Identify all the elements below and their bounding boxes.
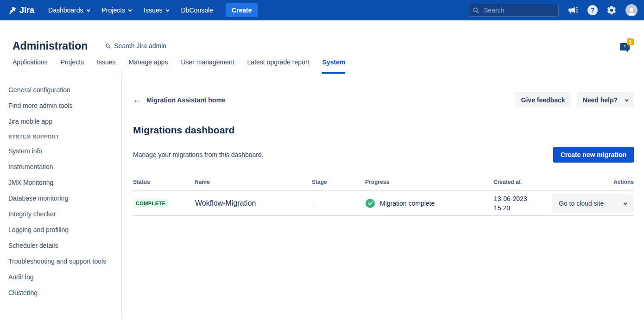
jira-logo[interactable]: Jira xyxy=(7,6,34,15)
sidebar-item-instrumentation[interactable]: Instrumentation xyxy=(8,162,113,171)
migrations-table: Status Name Stage Progress Created at Ac… xyxy=(133,177,634,216)
sidebar-item-system-info[interactable]: System info xyxy=(8,146,113,156)
tab-user-management[interactable]: User management xyxy=(181,58,234,74)
chevron-down-icon xyxy=(625,98,628,101)
migration-stage: — xyxy=(312,191,365,215)
sidebar-item-jira-mobile-app[interactable]: Jira mobile app xyxy=(8,117,113,126)
sidebar-item-audit-log[interactable]: Audit log xyxy=(8,272,113,282)
create-new-migration-button[interactable]: Create new migration xyxy=(553,147,634,163)
sidebar-item-integrity-checker[interactable]: Integrity checker xyxy=(8,209,113,219)
migration-name: Wokflow-Migration xyxy=(195,191,312,215)
tab-applications[interactable]: Applications xyxy=(13,58,48,74)
user-avatar[interactable] xyxy=(625,4,638,16)
top-navbar: Jira Dashboards Projects Issues DbConsol… xyxy=(0,0,644,20)
page-title: Administration xyxy=(13,40,88,52)
back-to-migration-assistant-link[interactable]: ← Migration Assistant home xyxy=(133,95,226,105)
sidebar-item-clustering[interactable]: Clustering xyxy=(8,288,113,297)
sidebar-section-system-support: System support xyxy=(8,134,113,139)
sidebar-item-jmx-monitoring[interactable]: JMX Monitoring xyxy=(8,178,113,187)
nav-dbconsole[interactable]: DbConsole xyxy=(181,6,213,14)
col-status: Status xyxy=(133,177,195,191)
notification-count-badge: 1 xyxy=(627,38,634,45)
col-actions: Actions xyxy=(551,177,634,191)
admin-search-label: Search Jira admin xyxy=(114,42,166,50)
progress-label: Migration complete xyxy=(380,200,435,207)
create-button[interactable]: Create xyxy=(226,3,258,17)
tab-system[interactable]: System xyxy=(322,58,345,74)
sidebar-item-find-more-admin-tools[interactable]: Find more admin tools xyxy=(8,101,113,110)
feedback-notification-icon[interactable]: ! 1 xyxy=(620,39,634,52)
dashboard-subtitle: Manage your migrations from this dashboa… xyxy=(133,151,264,158)
migrations-main: ← Migration Assistant home Give feedback… xyxy=(122,74,644,318)
table-header-row: Status Name Stage Progress Created at Ac… xyxy=(133,177,634,191)
sidebar-item-scheduler-details[interactable]: Scheduler details xyxy=(8,241,113,250)
chevron-down-icon xyxy=(623,201,627,205)
jira-logo-icon xyxy=(7,6,17,15)
tab-issues[interactable]: Issues xyxy=(97,58,115,74)
sidebar-item-general-configuration[interactable]: General configuration xyxy=(8,85,113,94)
chevron-down-icon xyxy=(86,8,90,12)
navbar-search[interactable] xyxy=(468,4,559,17)
migrations-dashboard-title: Migrations dashboard xyxy=(133,125,634,136)
col-stage: Stage xyxy=(312,177,365,191)
success-check-icon xyxy=(366,199,375,208)
admin-header: Administration Search Jira admin ! 1 xyxy=(0,20,644,57)
table-row: COMPLETE Wokflow-Migration — Migration c… xyxy=(133,191,634,215)
admin-tab-bar: Applications Projects Issues Manage apps… xyxy=(0,58,644,74)
give-feedback-button[interactable]: Give feedback xyxy=(515,92,571,107)
status-badge: COMPLETE xyxy=(133,199,168,208)
sidebar-item-troubleshooting[interactable]: Troubleshooting and support tools xyxy=(8,257,113,266)
col-created-at: Created at xyxy=(493,177,551,191)
settings-gear-icon[interactable] xyxy=(606,5,617,15)
go-to-cloud-site-button[interactable]: Go to cloud site xyxy=(552,194,633,213)
chevron-down-icon xyxy=(165,8,169,12)
search-icon xyxy=(105,43,111,49)
nav-projects[interactable]: Projects xyxy=(102,6,132,14)
col-progress: Progress xyxy=(365,177,493,191)
jira-logo-text: Jira xyxy=(19,6,34,15)
tab-manage-apps[interactable]: Manage apps xyxy=(129,58,168,74)
search-icon xyxy=(473,7,480,14)
content-layout: General configuration Find more admin to… xyxy=(0,74,644,318)
admin-search[interactable]: Search Jira admin xyxy=(105,42,166,50)
help-icon[interactable]: ? xyxy=(587,5,598,15)
col-name: Name xyxy=(195,177,312,191)
tab-latest-upgrade-report[interactable]: Latest upgrade report xyxy=(247,58,309,74)
back-link-label: Migration Assistant home xyxy=(146,96,226,104)
nav-dashboards[interactable]: Dashboards xyxy=(48,6,89,14)
navbar-search-input[interactable] xyxy=(483,6,554,14)
sidebar-item-logging-and-profiling[interactable]: Logging and profiling xyxy=(8,225,113,234)
tab-projects[interactable]: Projects xyxy=(61,58,84,74)
created-at-value: 13-06-2023 15:20 xyxy=(494,194,550,213)
back-arrow-icon: ← xyxy=(133,95,141,105)
nav-issues[interactable]: Issues xyxy=(144,6,168,14)
chevron-down-icon xyxy=(128,8,132,12)
need-help-button[interactable]: Need help? xyxy=(577,92,634,107)
megaphone-icon[interactable] xyxy=(568,5,579,16)
sidebar-item-database-monitoring[interactable]: Database monitoring xyxy=(8,194,113,203)
system-sidebar: General configuration Find more admin to… xyxy=(0,74,122,318)
